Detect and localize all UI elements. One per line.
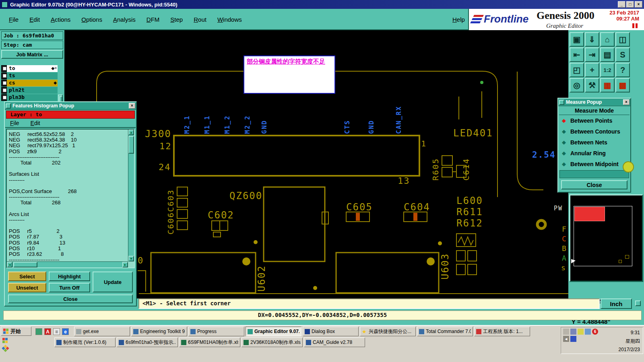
maximize-button[interactable]: □ [626, 1, 634, 8]
screen-capture-icon[interactable]: ⇓ [585, 32, 599, 47]
menu-item-rout[interactable]: Rout [194, 16, 206, 23]
task-button[interactable]: Engineering Toolkit 9.... [131, 327, 187, 336]
close-button[interactable]: × [635, 1, 642, 8]
close-icon[interactable]: × [129, 103, 135, 109]
update-button[interactable]: Update [93, 272, 133, 292]
scroll-left-icon[interactable]: ◄ [7, 262, 12, 267]
tools-icon[interactable]: ⚒ [585, 78, 599, 93]
minimize-button[interactable]: _ [618, 1, 625, 8]
layer-checkbox[interactable] [1, 80, 7, 86]
units-spinner[interactable] [633, 298, 643, 309]
scroll-up-icon[interactable]: ▲ [128, 130, 134, 135]
measure-titlebar[interactable]: Measure Popup × [558, 99, 630, 106]
task-button[interactable]: Dialog Box [303, 327, 359, 336]
layer-checkbox[interactable] [1, 72, 7, 79]
task-button[interactable]: Graphic Editor 9.07... [246, 327, 301, 336]
task-button[interactable]: Progress [188, 327, 244, 336]
desktop-icon[interactable] [35, 328, 42, 335]
task-button[interactable]: get.exe [74, 327, 130, 336]
job-matrix-button[interactable]: Job Matrix ... [1, 50, 63, 59]
measure-option-annular-ring[interactable]: ◆Annular Ring [558, 148, 630, 158]
menu-item-windows[interactable]: Windows [217, 16, 242, 23]
next-screen-icon[interactable]: ⇥ [585, 47, 599, 62]
units-button[interactable]: Inch [601, 298, 632, 309]
apps-grid-icon[interactable] [2, 338, 8, 344]
histogram-list[interactable]: NEG rect56.52x52.58 2NEG rect58.32x54.38… [6, 129, 135, 268]
layer-row-pln3b[interactable]: pln3b [1, 94, 58, 101]
highlight-button[interactable]: Highlight [49, 272, 90, 281]
menu-item-options[interactable]: Options [81, 16, 102, 23]
task-button[interactable]: CAM_Guide v2.78 [304, 337, 365, 347]
scale-1-2-icon[interactable]: 1:2 [600, 63, 615, 77]
menu-help[interactable]: Help [452, 16, 465, 23]
help-icon[interactable]: ? [615, 63, 630, 77]
graphics-icon[interactable] [570, 329, 576, 335]
colors-icon[interactable] [1, 345, 10, 353]
histogram-menu-edit[interactable]: Edit [31, 120, 40, 126]
ime-icon[interactable] [570, 336, 576, 342]
layer-checkbox[interactable] [1, 87, 7, 94]
horizontal-scrollbar[interactable]: ◄ ► [7, 261, 128, 267]
histogram-menu-file[interactable]: File [10, 120, 19, 126]
select-button[interactable]: Select [8, 272, 46, 281]
measure-option-between-midpoint[interactable]: ◆Between Midpoint [558, 158, 630, 169]
layer-row-pln2t[interactable]: pln2t [1, 87, 58, 94]
compass-icon[interactable]: ◎ [570, 78, 584, 93]
scroll-right-icon[interactable]: ► [122, 262, 128, 267]
pcb-canvas[interactable]: J3001224113LED401R605C614M2_1M1_1M1_2M2_… [64, 30, 568, 298]
task-button[interactable]: 工程系统 版本: 1... [474, 327, 530, 336]
task-button[interactable]: 6s9fm01ha0-预审指示... [117, 337, 178, 347]
overview-navigator[interactable] [569, 194, 643, 282]
layer-row-cs[interactable]: cs◆ [1, 80, 58, 86]
histogram-close-button[interactable]: Close [8, 294, 133, 303]
menu-item-edit[interactable]: Edit [29, 16, 40, 23]
overview-viewport-rect[interactable] [574, 207, 605, 221]
scrollbar-thumb[interactable] [128, 136, 134, 154]
s-curve-icon[interactable]: S [615, 47, 630, 62]
display-icon[interactable] [585, 329, 591, 335]
red-grid-icon[interactable]: ▦ [600, 78, 615, 93]
keyboard-icon[interactable] [563, 329, 569, 335]
notes-icon[interactable]: ≡ [53, 328, 60, 335]
layer-row-to[interactable]: to◆= [1, 65, 58, 72]
unselect-button[interactable]: Unselect [8, 283, 46, 292]
menu-item-step[interactable]: Step [170, 16, 183, 23]
task-button[interactable]: Total Commander 7.0... [417, 327, 473, 336]
home-view-icon[interactable]: ⌂ [600, 32, 615, 47]
zoom-frame-icon[interactable]: ◰ [570, 63, 584, 77]
close-icon[interactable]: × [623, 99, 630, 105]
task-button[interactable]: 6S9FM01HA0制作单.xls ... [179, 337, 240, 347]
task-button[interactable]: ★兴森快捷衡阳分公... [360, 327, 416, 336]
exit-left-icon[interactable]: ⇤ [570, 47, 584, 62]
acrobat-icon[interactable]: A [44, 328, 51, 335]
scrollbar-thumb[interactable] [13, 262, 37, 267]
start-button[interactable]: 开始 [1, 327, 31, 336]
ie-icon[interactable]: e [62, 328, 69, 335]
turn-off-button[interactable]: Turn Off [49, 283, 90, 292]
measure-option-between-contours[interactable]: ◆Between Contours [558, 126, 630, 137]
task-button[interactable]: 2V36K018A0制作单.xls ... [242, 337, 303, 347]
annotation-note[interactable]: 部分铜皮属性的字符宽度不足 [244, 56, 335, 94]
menu-item-actions[interactable]: Actions [51, 16, 70, 23]
histogram-titlebar[interactable]: Features Histogram Popup × [5, 102, 136, 110]
layer-checkbox[interactable] [1, 94, 7, 101]
task-button[interactable]: 制作规范 (Ver:1.0.6) [54, 337, 116, 347]
layers-view-icon[interactable]: ▤ [600, 47, 615, 62]
scroll-down-icon[interactable]: ▼ [128, 256, 134, 261]
antivirus-icon[interactable]: 6 [592, 329, 598, 335]
measure-close-button[interactable]: Close [561, 180, 627, 189]
menu-item-file[interactable]: File [9, 16, 19, 23]
rgb-grid-icon[interactable]: ▩ [615, 78, 630, 93]
menu-item-analysis[interactable]: Analysis [113, 16, 136, 23]
vertical-scrollbar[interactable]: ▲ ▼ [128, 130, 134, 261]
calendar-icon[interactable] [578, 329, 584, 335]
crosshair-icon[interactable]: + [585, 63, 599, 77]
measure-option-between-nets[interactable]: ◆Between Nets [558, 137, 630, 148]
measure-option-between-points[interactable]: ◆Between Points [558, 115, 630, 126]
pause-icon[interactable] [632, 23, 638, 28]
layer-row-ts[interactable]: ts [1, 72, 58, 79]
clipboard-panel-icon[interactable]: ▣ [570, 32, 584, 47]
layer-checkbox[interactable] [1, 65, 7, 72]
volume-icon[interactable]: ◄ [563, 336, 569, 342]
tile-windows-icon[interactable]: ◫ [615, 32, 630, 47]
